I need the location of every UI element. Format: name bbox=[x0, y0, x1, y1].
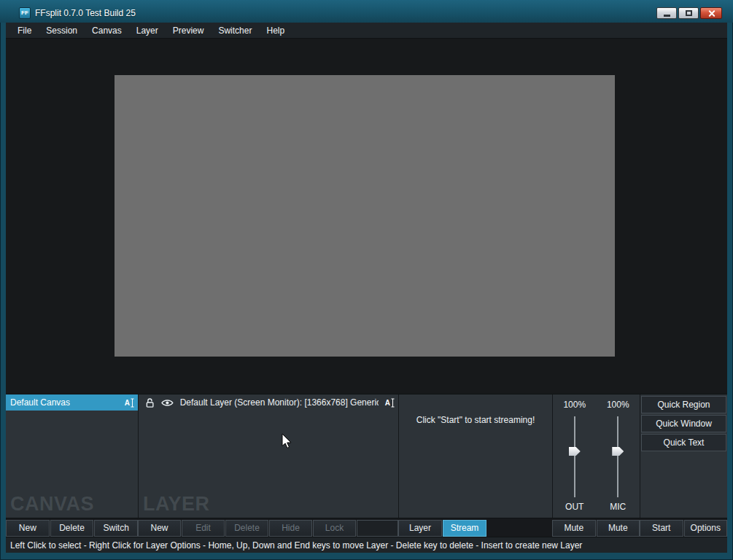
canvas-name: Default Canvas bbox=[10, 397, 70, 408]
out-slider-thumb[interactable] bbox=[569, 447, 581, 456]
mic-volume-column: 100% MIC bbox=[597, 394, 640, 518]
audio-panel: 100% OUT 100% MIC bbox=[552, 394, 640, 518]
maximize-icon bbox=[686, 10, 692, 16]
text-cursor-icon bbox=[131, 398, 134, 408]
out-slider-label: OUT bbox=[565, 502, 583, 513]
mic-volume-value: 100% bbox=[607, 400, 629, 411]
stream-status-text: Click "Start" to start streaming! bbox=[399, 394, 552, 425]
visibility-eye-icon bbox=[161, 399, 174, 407]
quick-text-button[interactable]: Quick Text bbox=[641, 434, 726, 451]
app-content: File Session Canvas Layer Preview Switch… bbox=[6, 23, 727, 553]
maximize-button[interactable] bbox=[678, 7, 699, 19]
mute-button-group: Mute Mute bbox=[552, 520, 640, 537]
text-cursor-icon bbox=[391, 398, 395, 408]
status-bar: Left Click to select - Right Click for L… bbox=[6, 537, 727, 553]
bottom-panels: Default Canvas A CANVAS bbox=[6, 394, 727, 518]
app-icon: FF bbox=[19, 7, 31, 19]
canvas-new-button[interactable]: New bbox=[6, 520, 50, 537]
menu-switcher[interactable]: Switcher bbox=[211, 23, 259, 38]
start-button[interactable]: Start bbox=[640, 520, 683, 537]
menu-file[interactable]: File bbox=[10, 23, 39, 38]
menu-help[interactable]: Help bbox=[259, 23, 292, 38]
menu-preview[interactable]: Preview bbox=[166, 23, 212, 38]
quick-actions-panel: Quick Region Quick Window Quick Text bbox=[640, 394, 727, 518]
options-button[interactable]: Options bbox=[684, 520, 728, 537]
layer-hide-button[interactable]: Hide bbox=[269, 520, 312, 537]
out-volume-column: 100% OUT bbox=[553, 394, 597, 518]
rename-letter: A bbox=[125, 399, 130, 407]
bottom-button-row: New Delete Switch New Edit Delete Hide L… bbox=[6, 518, 727, 537]
tab-stream[interactable]: Stream bbox=[443, 520, 486, 537]
unlock-icon bbox=[145, 397, 155, 408]
window-title: FFsplit 0.7.0 Test Build 25 bbox=[35, 8, 136, 18]
canvas-list-item[interactable]: Default Canvas A bbox=[6, 394, 138, 411]
menu-bar: File Session Canvas Layer Preview Switch… bbox=[6, 23, 727, 39]
minimize-button[interactable] bbox=[656, 7, 677, 19]
stream-status-panel: Click "Start" to start streaming! bbox=[398, 394, 552, 518]
canvas-list-body[interactable]: CANVAS bbox=[6, 411, 138, 518]
empty-button-slot bbox=[357, 520, 398, 537]
rename-letter: A bbox=[385, 399, 390, 407]
window-controls bbox=[656, 7, 722, 19]
layer-name: Default Layer (Screen Monitor): [1366x76… bbox=[180, 397, 379, 408]
mouse-cursor bbox=[282, 433, 292, 449]
menu-layer[interactable]: Layer bbox=[129, 23, 166, 38]
rename-canvas-icon[interactable]: A bbox=[125, 398, 134, 408]
mute-mic-button[interactable]: Mute bbox=[597, 520, 640, 537]
canvas-delete-button[interactable]: Delete bbox=[50, 520, 94, 537]
mic-volume-slider[interactable] bbox=[617, 416, 618, 497]
canvas-preview[interactable] bbox=[115, 75, 615, 357]
layer-list-body[interactable]: LAYER bbox=[139, 411, 398, 518]
stream-control-group: Start Options bbox=[640, 520, 727, 537]
out-volume-value: 100% bbox=[563, 400, 586, 411]
layer-delete-button[interactable]: Delete bbox=[225, 520, 268, 537]
quick-region-button[interactable]: Quick Region bbox=[641, 396, 726, 413]
tab-layer[interactable]: Layer bbox=[398, 520, 442, 537]
minimize-icon bbox=[664, 15, 670, 17]
out-volume-slider[interactable] bbox=[574, 416, 575, 497]
close-icon bbox=[708, 10, 715, 17]
app-icon-text: FF bbox=[21, 9, 28, 16]
mic-slider-label: MIC bbox=[610, 502, 626, 513]
canvas-switch-button[interactable]: Switch bbox=[94, 520, 138, 537]
rename-layer-icon[interactable]: A bbox=[385, 398, 395, 408]
mic-slider-thumb[interactable] bbox=[612, 447, 624, 456]
canvas-button-group: New Delete Switch bbox=[6, 520, 138, 537]
layer-lock-button[interactable]: Lock bbox=[313, 520, 356, 537]
layer-button-group: New Edit Delete Hide Lock bbox=[138, 520, 398, 537]
close-button[interactable] bbox=[700, 7, 722, 19]
menu-canvas[interactable]: Canvas bbox=[85, 23, 129, 38]
view-tab-group: Layer Stream bbox=[398, 520, 552, 537]
layer-edit-button[interactable]: Edit bbox=[182, 520, 225, 537]
quick-window-button[interactable]: Quick Window bbox=[641, 415, 726, 432]
canvas-watermark: CANVAS bbox=[10, 493, 94, 516]
status-text: Left Click to select - Right Click for L… bbox=[10, 540, 582, 551]
canvas-panel: Default Canvas A CANVAS bbox=[6, 394, 138, 518]
title-bar[interactable]: FF FFsplit 0.7.0 Test Build 25 bbox=[0, 0, 733, 23]
app-window: FF FFsplit 0.7.0 Test Build 25 File Sess… bbox=[0, 0, 733, 560]
mute-out-button[interactable]: Mute bbox=[552, 520, 596, 537]
layer-watermark: LAYER bbox=[143, 493, 210, 516]
layer-panel: Default Layer (Screen Monitor): [1366x76… bbox=[138, 394, 398, 518]
tab-group-spacer bbox=[487, 520, 552, 537]
preview-area bbox=[6, 39, 727, 394]
layer-new-button[interactable]: New bbox=[138, 520, 181, 537]
layer-list-item[interactable]: Default Layer (Screen Monitor): [1366x76… bbox=[139, 394, 398, 411]
menu-session[interactable]: Session bbox=[39, 23, 85, 38]
